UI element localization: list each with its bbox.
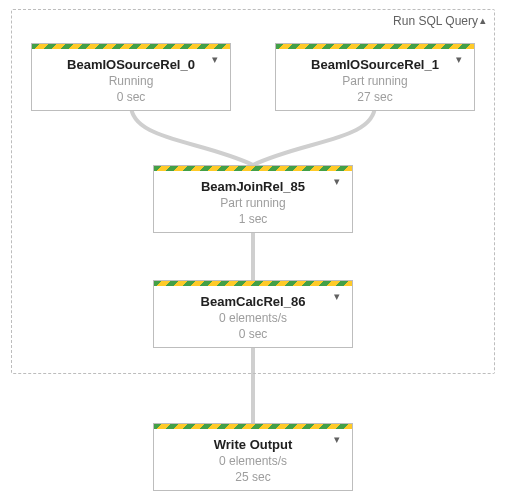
node-meta: 1 sec xyxy=(154,212,352,234)
group-label-text: Run SQL Query xyxy=(393,14,478,28)
chevron-down-icon[interactable]: ▾ xyxy=(331,433,343,445)
chevron-down-icon[interactable]: ▾ xyxy=(331,290,343,302)
group-collapse-toggle[interactable]: Run SQL Query ▴ xyxy=(393,14,486,28)
node-beam-calc-rel-86[interactable]: BeamCalcRel_86 0 elements/s 0 sec ▾ xyxy=(153,280,353,348)
pipeline-canvas: Run SQL Query ▴ BeamIOSourceRel_0 Runnin… xyxy=(0,0,506,500)
chevron-down-icon[interactable]: ▾ xyxy=(209,53,221,65)
chevron-down-icon[interactable]: ▾ xyxy=(453,53,465,65)
node-meta: 27 sec xyxy=(276,90,474,112)
node-status: Part running xyxy=(276,74,474,88)
node-beam-join-rel-85[interactable]: BeamJoinRel_85 Part running 1 sec ▾ xyxy=(153,165,353,233)
node-status: Part running xyxy=(154,196,352,210)
node-status: Running xyxy=(32,74,230,88)
node-status: 0 elements/s xyxy=(154,454,352,468)
node-title: BeamJoinRel_85 xyxy=(154,171,352,194)
node-write-output[interactable]: Write Output 0 elements/s 25 sec ▾ xyxy=(153,423,353,491)
node-meta: 25 sec xyxy=(154,470,352,492)
node-beam-io-source-rel-0[interactable]: BeamIOSourceRel_0 Running 0 sec ▾ xyxy=(31,43,231,111)
chevron-down-icon[interactable]: ▾ xyxy=(331,175,343,187)
node-meta: 0 sec xyxy=(154,327,352,349)
chevron-up-icon: ▴ xyxy=(480,14,486,27)
node-beam-io-source-rel-1[interactable]: BeamIOSourceRel_1 Part running 27 sec ▾ xyxy=(275,43,475,111)
node-title: BeamIOSourceRel_1 xyxy=(276,49,474,72)
node-title: Write Output xyxy=(154,429,352,452)
node-title: BeamIOSourceRel_0 xyxy=(32,49,230,72)
node-meta: 0 sec xyxy=(32,90,230,112)
node-status: 0 elements/s xyxy=(154,311,352,325)
node-title: BeamCalcRel_86 xyxy=(154,286,352,309)
